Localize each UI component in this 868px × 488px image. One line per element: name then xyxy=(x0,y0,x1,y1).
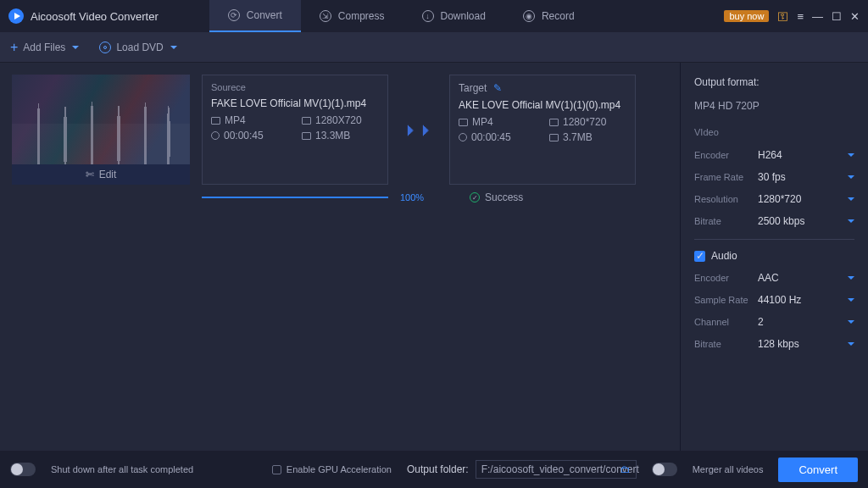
load-dvd-button[interactable]: Load DVD xyxy=(99,42,163,53)
audio-encoder-field[interactable]: EncoderAAC xyxy=(694,267,854,289)
progress-bar xyxy=(202,197,388,198)
progress-percent: 100% xyxy=(400,192,434,202)
check-icon: ✓ xyxy=(470,192,480,202)
progress-row: 100% ✓Success xyxy=(12,191,668,203)
divider xyxy=(694,239,854,240)
arrow-icon: ⏵⏵ xyxy=(400,121,437,139)
status-text: Success xyxy=(485,191,523,203)
chevron-down-icon xyxy=(848,342,854,346)
checkbox-checked-icon: ✓ xyxy=(694,251,705,262)
tab-convert[interactable]: ⟳Convert xyxy=(209,0,301,32)
convert-button[interactable]: Convert xyxy=(778,458,858,482)
source-format: MP4 xyxy=(211,114,288,126)
maximize-icon[interactable]: ☐ xyxy=(832,10,842,23)
target-meta: MP4 1280*720 00:00:45 3.7MB xyxy=(459,116,626,143)
compress-icon: ⇲ xyxy=(320,10,331,22)
audio-samplerate-field[interactable]: Sample Rate44100 Hz xyxy=(694,289,854,311)
video-resolution-field[interactable]: Resolution1280*720 xyxy=(694,188,854,210)
gpu-label: Enable GPU Acceleration xyxy=(287,464,392,474)
video-section-label: VIdeo xyxy=(694,127,854,137)
output-folder-input[interactable]: F:/aicoosoft_video_convert/convert🗀 xyxy=(476,460,637,479)
audio-bitrate-field[interactable]: Bitrate128 kbps xyxy=(694,333,854,355)
size-icon xyxy=(549,134,559,141)
tab-label: Convert xyxy=(247,9,282,21)
file-row: ✄Edit Sourece FAKE LOVE Official MV(1)(1… xyxy=(12,75,668,185)
source-heading: Sourece xyxy=(211,82,379,92)
buy-now-button[interactable]: buy now xyxy=(724,10,769,22)
edit-target-icon[interactable]: ✎ xyxy=(493,82,502,94)
size-icon xyxy=(302,132,311,140)
shutdown-toggle[interactable] xyxy=(10,463,36,476)
chevron-down-icon xyxy=(848,320,854,324)
source-resolution: 1280X720 xyxy=(302,114,379,126)
source-size: 13.3MB xyxy=(302,130,379,141)
video-framerate-field[interactable]: Frame Rate30 fps xyxy=(694,166,854,188)
add-files-button[interactable]: +Add Files xyxy=(10,40,65,55)
chevron-down-icon xyxy=(848,175,854,179)
load-dvd-dropdown-icon[interactable] xyxy=(170,46,177,49)
video-encoder-field[interactable]: EncoderH264 xyxy=(694,144,854,166)
tab-compress[interactable]: ⇲Compress xyxy=(301,0,403,32)
tab-download[interactable]: ↓Download xyxy=(403,0,504,32)
output-sidebar: Output format: MP4 HD 720P VIdeo Encoder… xyxy=(680,63,868,451)
source-meta: MP4 1280X720 00:00:45 13.3MB xyxy=(211,114,379,141)
checkbox-icon xyxy=(272,465,281,474)
source-card: Sourece FAKE LOVE Official MV(1)(1).mp4 … xyxy=(202,75,388,185)
target-heading: Target xyxy=(459,82,487,94)
clock-icon xyxy=(459,133,467,141)
video-bitrate-field[interactable]: Bitrate2500 kbps xyxy=(694,210,854,232)
tab-label: Compress xyxy=(338,10,385,22)
edit-button[interactable]: ✄Edit xyxy=(12,164,190,185)
footer: Shut down after all task completed Enabl… xyxy=(0,451,868,488)
status-badge: ✓Success xyxy=(470,191,523,203)
target-filename: AKE LOVE Official MV(1)(1)(0).mp4 xyxy=(459,99,626,111)
content-panel: ✄Edit Sourece FAKE LOVE Official MV(1)(1… xyxy=(0,63,680,451)
output-folder-path: F:/aicoosoft_video_convert/convert xyxy=(481,463,639,475)
video-thumbnail[interactable] xyxy=(12,75,190,164)
thumbnail-column: ✄Edit xyxy=(12,75,190,185)
target-resolution: 1280*720 xyxy=(549,116,626,128)
output-format-heading: Output format: xyxy=(694,76,854,88)
menu-icon[interactable]: ≡ xyxy=(797,10,804,23)
audio-toggle[interactable]: ✓Audio xyxy=(694,247,854,267)
folder-icon[interactable]: 🗀 xyxy=(620,463,631,475)
app-logo-icon xyxy=(8,8,24,24)
tab-label: Download xyxy=(441,10,486,22)
merger-toggle[interactable] xyxy=(652,463,677,476)
edit-label: Edit xyxy=(99,169,117,180)
toolbar: +Add Files Load DVD xyxy=(0,32,868,63)
output-folder-label: Output folder: xyxy=(407,463,469,475)
add-files-dropdown-icon[interactable] xyxy=(72,46,79,49)
clock-icon xyxy=(211,131,220,140)
load-dvd-label: Load DVD xyxy=(116,42,163,53)
titlebar: Aicoosoft Video Converter ⟳Convert ⇲Comp… xyxy=(0,0,868,32)
source-duration: 00:00:45 xyxy=(211,130,288,141)
tab-label: Record xyxy=(542,10,575,22)
record-icon: ◉ xyxy=(523,10,535,22)
main-area: ✄Edit Sourece FAKE LOVE Official MV(1)(1… xyxy=(0,63,868,451)
scissors-icon: ✄ xyxy=(86,169,94,180)
close-icon[interactable]: ✕ xyxy=(850,10,860,23)
target-size: 3.7MB xyxy=(549,131,626,143)
format-icon xyxy=(211,117,220,125)
chevron-down-icon xyxy=(848,153,854,157)
disc-icon xyxy=(99,42,111,53)
resolution-icon xyxy=(549,119,559,126)
chevron-down-icon xyxy=(848,197,854,201)
preset-selector[interactable]: MP4 HD 720P xyxy=(694,97,854,124)
format-icon xyxy=(459,119,468,126)
source-filename: FAKE LOVE Official MV(1)(1).mp4 xyxy=(211,97,379,109)
key-icon[interactable]: ⚿ xyxy=(777,10,788,23)
resolution-icon xyxy=(302,117,311,125)
target-card: Target✎ AKE LOVE Official MV(1)(1)(0).mp… xyxy=(449,75,636,185)
merger-label: Merger all videos xyxy=(693,464,764,474)
audio-channel-field[interactable]: Channel2 xyxy=(694,311,854,333)
main-tabs: ⟳Convert ⇲Compress ↓Download ◉Record xyxy=(209,0,593,32)
tab-record[interactable]: ◉Record xyxy=(504,0,593,32)
audio-section-label: Audio xyxy=(711,250,737,262)
minimize-icon[interactable]: — xyxy=(812,10,823,23)
chevron-down-icon xyxy=(848,298,854,302)
gpu-checkbox[interactable]: Enable GPU Acceleration xyxy=(272,464,392,474)
chevron-down-icon xyxy=(848,219,854,223)
download-icon: ↓ xyxy=(422,10,434,22)
